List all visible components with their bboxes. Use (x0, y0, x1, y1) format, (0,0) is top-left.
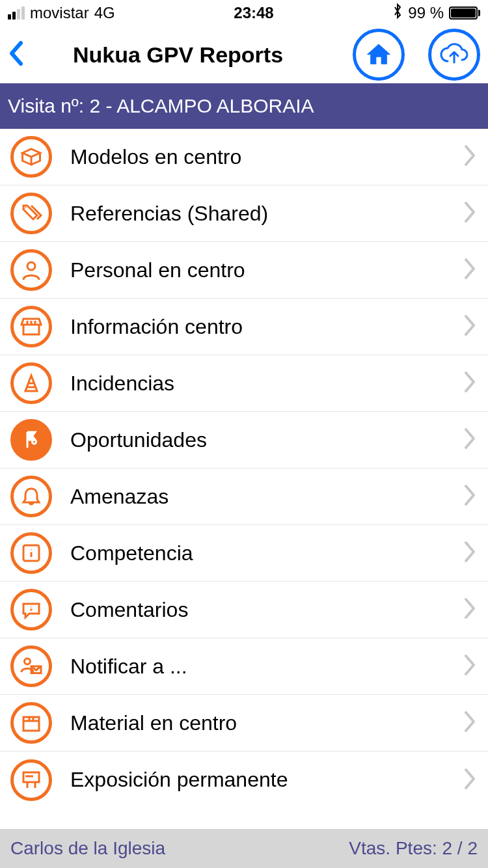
item-label: Información centro (52, 315, 462, 339)
list-item-referencias[interactable]: Referencias (Shared) (0, 185, 488, 242)
item-label: Referencias (Shared) (52, 202, 462, 226)
navigation-bar: Nukua GPV Reports (0, 26, 488, 83)
battery-pct: 99 % (408, 4, 444, 22)
clock: 23:48 (234, 4, 273, 22)
cone-icon (10, 362, 52, 404)
status-right: 99 % (392, 3, 480, 23)
person-icon (10, 249, 52, 291)
footer-user: Carlos de la Iglesia (10, 838, 165, 859)
item-label: Exposición permanente (52, 768, 462, 792)
billboard-icon (10, 759, 52, 801)
chevron-right-icon (462, 482, 478, 511)
chat-icon (10, 589, 52, 631)
item-label: Incidencias (52, 372, 462, 396)
report-list: Modelos en centro Referencias (Shared) P… (0, 129, 488, 808)
list-item-notificar[interactable]: Notificar a ... (0, 638, 488, 695)
item-label: Oportunidades (52, 428, 462, 452)
list-item-modelos[interactable]: Modelos en centro (0, 129, 488, 185)
cloud-upload-icon (439, 42, 470, 68)
list-item-amenazas[interactable]: Amenazas (0, 468, 488, 525)
item-label: Comentarios (52, 598, 462, 622)
list-item-comentarios[interactable]: Comentarios (0, 582, 488, 638)
item-label: Modelos en centro (52, 145, 462, 169)
chevron-right-icon (462, 595, 478, 624)
box-icon (10, 136, 52, 178)
chevron-right-icon (462, 539, 478, 567)
list-item-incidencias[interactable]: Incidencias (0, 355, 488, 412)
list-item-material[interactable]: Material en centro (0, 695, 488, 752)
flag-icon (10, 419, 52, 461)
carrier-label: movistar (30, 4, 89, 22)
upload-button[interactable] (428, 29, 480, 81)
battery-icon (449, 7, 480, 20)
svg-point-1 (33, 440, 36, 444)
footer-bar: Carlos de la Iglesia Vtas. Ptes: 2 / 2 (0, 829, 488, 868)
chevron-right-icon (462, 142, 478, 171)
item-label: Competencia (52, 541, 462, 565)
tags-icon (10, 193, 52, 234)
page-title: Nukua GPV Reports (42, 42, 329, 68)
svg-point-0 (27, 262, 35, 270)
chevron-right-icon (462, 766, 478, 794)
bluetooth-icon (392, 3, 403, 23)
status-left: movistar 4G (8, 4, 115, 22)
package-icon (10, 702, 52, 744)
chevron-right-icon (462, 312, 478, 341)
back-button[interactable] (8, 39, 34, 70)
visit-subheader: Visita nº: 2 - ALCAMPO ALBORAIA (0, 83, 488, 129)
network-label: 4G (94, 4, 115, 22)
status-bar: movistar 4G 23:48 99 % (0, 0, 488, 26)
footer-pending: Vtas. Ptes: 2 / 2 (349, 838, 478, 859)
chevron-right-icon (462, 256, 478, 284)
item-label: Amenazas (52, 485, 462, 509)
signal-icon (8, 7, 25, 20)
mail-person-icon (10, 645, 52, 687)
item-label: Material en centro (52, 711, 462, 735)
bell-icon (10, 476, 52, 517)
chevron-right-icon (462, 652, 478, 681)
chevron-right-icon (462, 369, 478, 398)
list-item-informacion[interactable]: Información centro (0, 299, 488, 355)
item-label: Notificar a ... (52, 655, 462, 679)
item-label: Personal en centro (52, 258, 462, 282)
chevron-right-icon (462, 199, 478, 228)
svg-rect-5 (23, 717, 39, 731)
store-icon (10, 306, 52, 347)
home-icon (364, 40, 393, 69)
list-item-oportunidades[interactable]: Oportunidades (0, 412, 488, 468)
home-button[interactable] (353, 29, 405, 81)
list-item-personal[interactable]: Personal en centro (0, 242, 488, 299)
info-icon (10, 532, 52, 574)
chevron-right-icon (462, 709, 478, 737)
svg-point-3 (25, 658, 31, 664)
list-item-competencia[interactable]: Competencia (0, 525, 488, 582)
list-item-exposicion[interactable]: Exposición permanente (0, 752, 488, 808)
chevron-right-icon (462, 426, 478, 454)
